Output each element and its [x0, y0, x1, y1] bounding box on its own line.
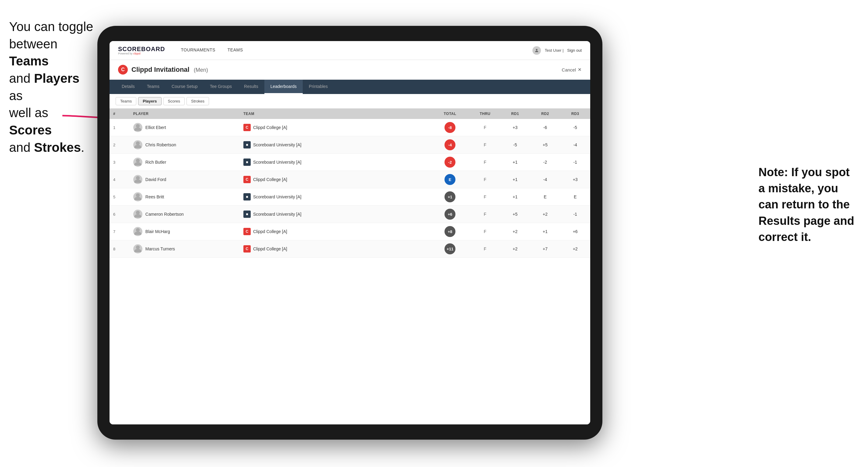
- team-name: Scoreboard University [A]: [253, 194, 302, 199]
- team-name: Clippd College [A]: [253, 125, 287, 130]
- svg-point-2: [136, 124, 140, 128]
- cell-rd2: +5: [530, 136, 560, 154]
- nav-links: TOURNAMENTS TEAMS: [175, 41, 532, 60]
- cell-total: +6: [430, 206, 470, 223]
- team-name: Clippd College [A]: [253, 229, 287, 234]
- cancel-button[interactable]: Cancel ✕: [562, 67, 582, 72]
- total-score-badge: E: [444, 174, 456, 185]
- user-icon: [532, 46, 541, 55]
- total-score-badge: -8: [444, 122, 456, 133]
- cell-rd2: +7: [530, 240, 560, 258]
- cell-rd2: E: [530, 188, 560, 206]
- cell-rank: 8: [110, 240, 130, 258]
- cell-team: ■ Scoreboard University [A]: [240, 136, 430, 154]
- tab-results[interactable]: Results: [238, 80, 265, 94]
- cell-thru: F: [470, 188, 500, 206]
- total-score-badge: +1: [444, 191, 456, 202]
- tab-teams[interactable]: Teams: [141, 80, 165, 94]
- svg-point-1: [536, 49, 537, 50]
- table-row: 5 Rees Britt ■ Scoreboard University [A]…: [110, 188, 590, 206]
- table-row: 6 Cameron Robertson ■ Scoreboard Univers…: [110, 206, 590, 223]
- player-name: Marcus Turners: [146, 246, 175, 251]
- col-header-thru: THRU: [470, 108, 500, 119]
- total-score-badge: +8: [444, 226, 456, 237]
- cell-total: -2: [430, 154, 470, 171]
- cell-team: C Clippd College [A]: [240, 171, 430, 188]
- cell-player: Chris Robertson: [130, 136, 240, 154]
- cell-rd2: -2: [530, 154, 560, 171]
- team-logo: ■: [243, 211, 251, 218]
- cell-thru: F: [470, 223, 500, 240]
- player-name: Rees Britt: [146, 194, 164, 199]
- cell-team: C Clippd College [A]: [240, 223, 430, 240]
- cell-player: Blair McHarg: [130, 223, 240, 240]
- cell-rank: 5: [110, 188, 130, 206]
- team-name: Clippd College [A]: [253, 177, 287, 182]
- total-score-badge: +11: [444, 243, 456, 254]
- cell-thru: F: [470, 136, 500, 154]
- player-avatar: [133, 192, 143, 201]
- svg-point-5: [136, 176, 140, 180]
- annotation-line3: and Players as: [9, 71, 80, 103]
- team-name: Scoreboard University [A]: [253, 143, 302, 147]
- cell-team: ■ Scoreboard University [A]: [240, 206, 430, 223]
- nav-link-tournaments[interactable]: TOURNAMENTS: [175, 41, 221, 60]
- user-label: Test User |: [545, 48, 563, 53]
- player-avatar: [133, 123, 143, 132]
- team-logo: C: [243, 245, 251, 252]
- cell-rd1: +1: [500, 171, 530, 188]
- team-name: Clippd College [A]: [253, 246, 287, 251]
- svg-point-4: [136, 159, 140, 163]
- team-logo: C: [243, 124, 251, 131]
- players-table: # PLAYER TEAM TOTAL THRU RD1 RD2 RD3 1: [110, 108, 590, 258]
- right-annotation-line3: can return to the: [758, 198, 850, 211]
- filter-strokes[interactable]: Strokes: [186, 97, 209, 105]
- annotation-line1: You can toggle: [9, 20, 93, 34]
- table-row: 8 Marcus Turners C Clippd College [A] +1…: [110, 240, 590, 258]
- tab-leaderboards[interactable]: Leaderboards: [265, 80, 303, 94]
- filter-players[interactable]: Players: [138, 97, 161, 105]
- tab-details[interactable]: Details: [116, 80, 141, 94]
- player-avatar: [133, 244, 143, 253]
- cell-rd1: +1: [500, 154, 530, 171]
- cell-player: David Ford: [130, 171, 240, 188]
- tab-printables[interactable]: Printables: [303, 80, 334, 94]
- cell-team: ■ Scoreboard University [A]: [240, 154, 430, 171]
- player-avatar: [133, 158, 143, 167]
- cell-thru: F: [470, 154, 500, 171]
- left-annotation: You can toggle between Teams and Players…: [9, 18, 94, 156]
- table-header-row: # PLAYER TEAM TOTAL THRU RD1 RD2 RD3: [110, 108, 590, 119]
- cell-thru: F: [470, 171, 500, 188]
- cell-player: Elliot Ebert: [130, 119, 240, 136]
- team-name: Scoreboard University [A]: [253, 212, 302, 217]
- cell-thru: F: [470, 119, 500, 136]
- filter-scores[interactable]: Scores: [163, 97, 185, 105]
- logo-sub: Powered by clippd: [118, 52, 165, 55]
- nav-link-teams[interactable]: TEAMS: [221, 41, 249, 60]
- sign-out-link[interactable]: Sign out: [567, 48, 582, 53]
- filter-teams[interactable]: Teams: [116, 97, 136, 105]
- cell-total: E: [430, 171, 470, 188]
- right-annotation-line1: Note: If you spot: [758, 166, 850, 179]
- cell-rd2: -4: [530, 171, 560, 188]
- right-annotation-line2: a mistake, you: [758, 182, 838, 195]
- cell-rd2: +2: [530, 206, 560, 223]
- col-header-player: PLAYER: [130, 108, 240, 119]
- player-name: Elliot Ebert: [146, 125, 166, 130]
- cell-rank: 4: [110, 171, 130, 188]
- tab-tee-groups[interactable]: Tee Groups: [204, 80, 238, 94]
- cell-player: Marcus Turners: [130, 240, 240, 258]
- cell-rd1: +3: [500, 119, 530, 136]
- cell-rank: 2: [110, 136, 130, 154]
- player-name: Rich Butler: [146, 160, 166, 164]
- player-name: David Ford: [146, 177, 166, 182]
- cell-rd3: +2: [560, 240, 590, 258]
- team-logo: ■: [243, 158, 251, 166]
- cell-rd3: -4: [560, 136, 590, 154]
- leaderboard-table: # PLAYER TEAM TOTAL THRU RD1 RD2 RD3 1: [110, 108, 590, 425]
- cell-rd3: E: [560, 188, 590, 206]
- cell-player: Cameron Robertson: [130, 206, 240, 223]
- tab-course-setup[interactable]: Course Setup: [165, 80, 204, 94]
- team-name: Scoreboard University [A]: [253, 160, 302, 164]
- svg-point-6: [136, 193, 140, 197]
